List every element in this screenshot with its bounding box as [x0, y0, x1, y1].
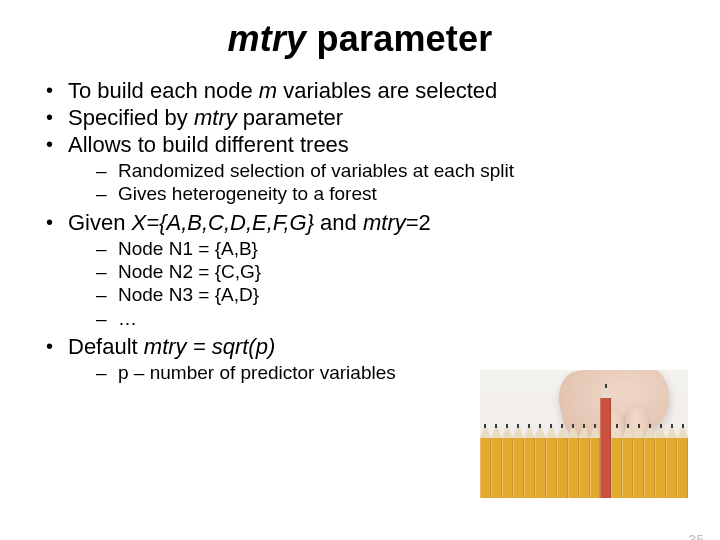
bullet-4-sublist: Node N1 = {A,B} Node N2 = {C,G} Node N3 …: [68, 238, 690, 331]
pencil-icon: [480, 438, 491, 498]
pencil-icon: [666, 438, 677, 498]
b2-post: parameter: [237, 105, 343, 130]
b4-em1: X={A,B,C,D,E,F,G}: [132, 210, 314, 235]
slide-body: To build each node m variables are selec…: [0, 78, 720, 385]
red-pencil-icon: [600, 398, 611, 498]
b3-sub-1: Randomized selection of variables at eac…: [68, 160, 690, 182]
b1-em: m: [259, 78, 277, 103]
bullet-2: Specified by mtry parameter: [42, 105, 690, 131]
pencil-icon: [535, 438, 546, 498]
pencil-icon: [633, 438, 644, 498]
pencil-icon: [557, 438, 568, 498]
b4-sub-3: Node N3 = {A,D}: [68, 284, 690, 306]
pencil-icon: [524, 438, 535, 498]
pencil-icon: [513, 438, 524, 498]
pencil-icon: [622, 438, 633, 498]
pencil-icon: [546, 438, 557, 498]
b4-post: =2: [406, 210, 431, 235]
slide: mtry parameter To build each node m vari…: [0, 18, 720, 540]
b3-text: Allows to build different trees: [68, 132, 349, 157]
b1-post: variables are selected: [277, 78, 497, 103]
bullet-1: To build each node m variables are selec…: [42, 78, 690, 104]
pencil-icon: [611, 438, 622, 498]
bullet-4: Given X={A,B,C,D,E,F,G} and mtry=2 Node …: [42, 210, 690, 331]
slide-title: mtry parameter: [0, 18, 720, 60]
pencil-selection-image: [480, 370, 688, 498]
bullet-list: To build each node m variables are selec…: [42, 78, 690, 385]
bullet-3-sublist: Randomized selection of variables at eac…: [68, 160, 690, 206]
b4-mid: and: [314, 210, 363, 235]
pencil-icon: [568, 438, 579, 498]
pencil-row: [480, 428, 688, 498]
pencil-icon: [491, 438, 502, 498]
pencil-icon: [677, 438, 688, 498]
pencil-icon: [655, 438, 666, 498]
slide-number: 35: [688, 532, 704, 540]
b4-pre: Given: [68, 210, 132, 235]
title-rest: parameter: [306, 18, 492, 59]
b4-sub-4: …: [68, 308, 690, 330]
b2-em: mtry: [194, 105, 237, 130]
pencil-icon: [590, 438, 601, 498]
b4-sub-2: Node N2 = {C,G}: [68, 261, 690, 283]
pencil-icon: [579, 438, 590, 498]
pencil-icon: [502, 438, 513, 498]
b4-sub-1: Node N1 = {A,B}: [68, 238, 690, 260]
bullet-3: Allows to build different trees Randomiz…: [42, 132, 690, 206]
pencil-icon: [644, 438, 655, 498]
title-em: mtry: [228, 18, 307, 59]
b5-pre: Default: [68, 334, 144, 359]
b5-em: mtry = sqrt(p): [144, 334, 275, 359]
b2-pre: Specified by: [68, 105, 194, 130]
b3-sub-2: Gives heterogeneity to a forest: [68, 183, 690, 205]
b4-em2: mtry: [363, 210, 406, 235]
b1-pre: To build each node: [68, 78, 259, 103]
